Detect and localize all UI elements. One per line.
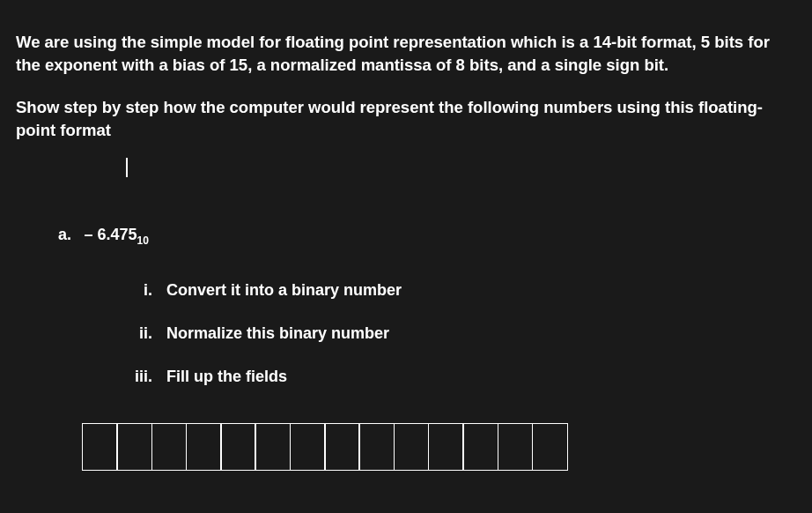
question-a-label: a. — [58, 226, 71, 244]
bit-cell — [498, 423, 534, 471]
instruction-text: Show step by step how the computer would… — [16, 96, 796, 142]
question-a-value-main: – 6.475 — [84, 226, 137, 243]
bit-cell — [428, 423, 464, 471]
bit-cell — [255, 423, 291, 471]
sub-item-text: Fill up the fields — [166, 368, 287, 386]
intro-text: We are using the simple model for floati… — [16, 31, 796, 77]
question-a-subscript: 10 — [137, 234, 149, 246]
sub-item-ii: ii. Normalize this binary number — [113, 324, 796, 343]
sub-item-text: Normalize this binary number — [166, 324, 389, 343]
sub-items-list: i. Convert it into a binary number ii. N… — [113, 281, 796, 386]
bit-fields-table — [82, 423, 796, 471]
bit-cell — [116, 423, 152, 471]
sub-item-iii: iii. Fill up the fields — [113, 368, 796, 386]
bit-cell — [324, 423, 360, 471]
bit-cell — [532, 423, 568, 471]
bit-cell — [151, 423, 188, 471]
text-cursor — [126, 158, 128, 177]
sub-item-marker: i. — [113, 281, 152, 300]
bit-cell — [394, 423, 430, 471]
bit-cell — [186, 423, 222, 471]
question-a: a. – 6.47510 — [58, 226, 796, 247]
sub-item-text: Convert it into a binary number — [166, 281, 402, 300]
bit-cell — [290, 423, 326, 471]
bit-cell — [462, 423, 498, 471]
bit-cell — [358, 423, 395, 471]
bit-cell — [82, 423, 118, 471]
sub-item-marker: iii. — [113, 368, 152, 386]
sub-item-i: i. Convert it into a binary number — [113, 281, 796, 300]
question-a-value: – 6.47510 — [84, 226, 148, 243]
sub-item-marker: ii. — [113, 324, 152, 343]
bit-cell — [220, 423, 256, 471]
